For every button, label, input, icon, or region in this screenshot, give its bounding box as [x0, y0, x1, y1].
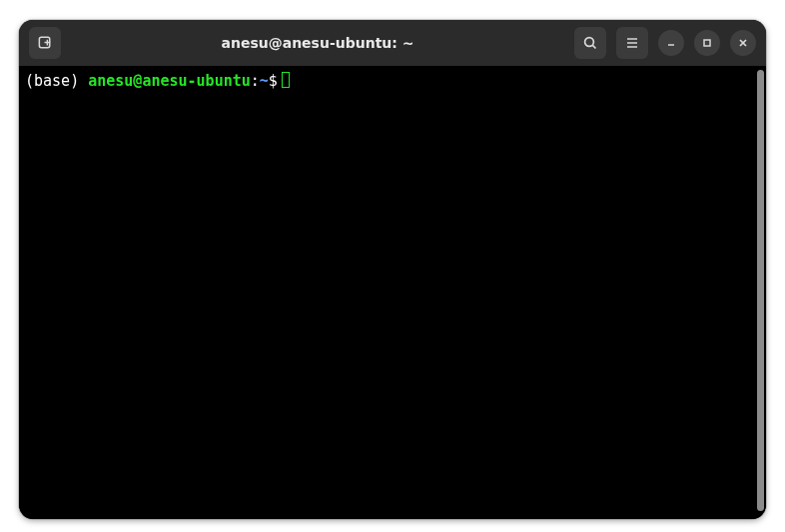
search-button[interactable]	[574, 27, 606, 59]
titlebar: anesu@anesu-ubuntu: ~	[19, 20, 766, 66]
prompt-userhost: anesu@anesu-ubuntu	[88, 72, 251, 90]
maximize-button[interactable]	[694, 30, 720, 56]
window-title: anesu@anesu-ubuntu: ~	[69, 35, 566, 51]
prompt-line: (base) anesu@anesu-ubuntu:~$	[25, 72, 758, 91]
close-icon	[736, 36, 750, 50]
prompt-paren-close: )	[70, 72, 88, 90]
maximize-icon	[700, 36, 714, 50]
new-tab-button[interactable]	[29, 27, 61, 59]
prompt-colon: :	[251, 72, 260, 90]
menu-button[interactable]	[616, 27, 648, 59]
new-tab-icon	[37, 35, 54, 52]
prompt-env: base	[34, 72, 70, 90]
terminal-body[interactable]: (base) anesu@anesu-ubuntu:~$	[19, 66, 766, 519]
text-cursor	[282, 72, 290, 88]
prompt-paren-open: (	[25, 72, 34, 90]
svg-rect-9	[704, 40, 710, 46]
minimize-button[interactable]	[658, 30, 684, 56]
search-icon	[582, 35, 598, 51]
close-button[interactable]	[730, 30, 756, 56]
vertical-scrollbar[interactable]	[757, 70, 764, 511]
svg-point-3	[585, 38, 594, 47]
prompt-symbol: $	[269, 72, 278, 90]
prompt-path: ~	[260, 72, 269, 90]
hamburger-icon	[624, 35, 640, 51]
svg-line-4	[592, 45, 595, 48]
terminal-window: anesu@anesu-ubuntu: ~	[19, 20, 766, 519]
minimize-icon	[664, 36, 678, 50]
